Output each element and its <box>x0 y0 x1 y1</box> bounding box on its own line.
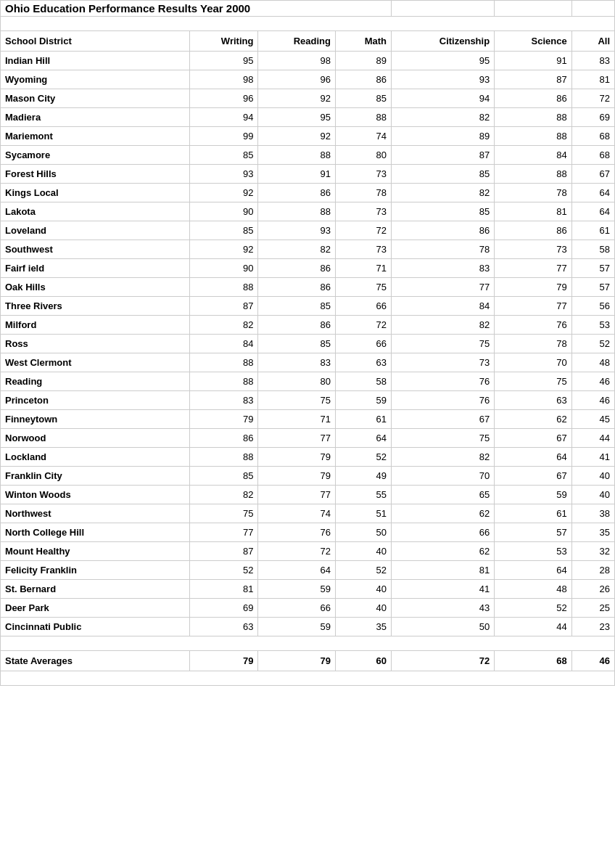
title-row: Ohio Education Performance Results Year … <box>1 1 615 17</box>
citizenship-score: 95 <box>391 52 494 70</box>
science-score: 78 <box>495 335 572 353</box>
table-row: Cincinnati Public 63 59 35 50 44 23 <box>1 618 615 636</box>
district-name: Northwest <box>1 504 190 523</box>
science-score: 77 <box>495 297 572 316</box>
citizenship-score: 67 <box>391 410 494 429</box>
citizenship-score: 82 <box>391 108 494 127</box>
reading-score: 77 <box>258 486 336 504</box>
table-row: Norwood 86 77 64 75 67 44 <box>1 429 615 448</box>
citizenship-score: 81 <box>391 561 494 580</box>
table-row: Ross 84 85 66 75 78 52 <box>1 335 615 353</box>
writing-score: 87 <box>189 297 258 316</box>
reading-score: 98 <box>258 52 336 70</box>
all-score: 69 <box>571 108 614 127</box>
table-row: Indian Hill 95 98 89 95 91 83 <box>1 52 615 70</box>
all-score: 32 <box>571 542 614 561</box>
science-score: 87 <box>495 70 572 89</box>
writing-score: 92 <box>189 240 258 259</box>
citizenship-score: 94 <box>391 89 494 108</box>
science-score: 62 <box>495 410 572 429</box>
spreadsheet-table: Ohio Education Performance Results Year … <box>0 0 615 686</box>
reading-score: 79 <box>258 467 336 486</box>
science-score: 61 <box>495 504 572 523</box>
reading-score: 76 <box>258 523 336 542</box>
reading-score: 91 <box>258 165 336 184</box>
title-cell: Ohio Education Performance Results Year … <box>1 1 392 17</box>
district-name: Indian Hill <box>1 52 190 70</box>
science-score: 81 <box>495 202 572 221</box>
citizenship-score: 66 <box>391 523 494 542</box>
all-score: 41 <box>571 448 614 467</box>
math-score: 40 <box>335 580 391 599</box>
reading-score: 64 <box>258 561 336 580</box>
district-name: Cincinnati Public <box>1 618 190 636</box>
district-name: Milford <box>1 316 190 335</box>
table-row: Lakota 90 88 73 85 81 64 <box>1 202 615 221</box>
science-score: 91 <box>495 52 572 70</box>
math-score: 52 <box>335 448 391 467</box>
reading-score: 80 <box>258 372 336 391</box>
district-name: Mount Healthy <box>1 542 190 561</box>
all-score: 40 <box>571 467 614 486</box>
math-score: 61 <box>335 410 391 429</box>
table-row: Milford 82 86 72 82 76 53 <box>1 316 615 335</box>
citizenship-score: 83 <box>391 259 494 278</box>
all-score: 23 <box>571 618 614 636</box>
header-row: School District Writing Reading Math Cit… <box>1 31 615 52</box>
district-name: West Clermont <box>1 353 190 372</box>
all-score: 61 <box>571 221 614 240</box>
header-science: Science <box>495 31 572 52</box>
writing-score: 83 <box>189 391 258 410</box>
reading-score: 88 <box>258 202 336 221</box>
math-score: 72 <box>335 221 391 240</box>
reading-score: 88 <box>258 146 336 165</box>
writing-score: 98 <box>189 70 258 89</box>
table-row: Franklin City 85 79 49 70 67 40 <box>1 467 615 486</box>
all-score: 67 <box>571 165 614 184</box>
reading-score: 86 <box>258 184 336 202</box>
district-name: Mason City <box>1 89 190 108</box>
science-score: 86 <box>495 221 572 240</box>
table-row: Winton Woods 82 77 55 65 59 40 <box>1 486 615 504</box>
science-score: 79 <box>495 278 572 297</box>
math-score: 71 <box>335 259 391 278</box>
table-row: Mason City 96 92 85 94 86 72 <box>1 89 615 108</box>
table-row: Deer Park 69 66 40 43 52 25 <box>1 599 615 618</box>
math-score: 73 <box>335 202 391 221</box>
table-row: North College Hill 77 76 50 66 57 35 <box>1 523 615 542</box>
math-score: 55 <box>335 486 391 504</box>
all-score: 26 <box>571 580 614 599</box>
all-score: 46 <box>571 391 614 410</box>
reading-score: 95 <box>258 108 336 127</box>
math-score: 63 <box>335 353 391 372</box>
all-score: 83 <box>571 52 614 70</box>
writing-score: 90 <box>189 202 258 221</box>
math-score: 49 <box>335 467 391 486</box>
citizenship-score: 43 <box>391 599 494 618</box>
all-score: 56 <box>571 297 614 316</box>
math-score: 52 <box>335 561 391 580</box>
all-score: 52 <box>571 335 614 353</box>
table-row: West Clermont 88 83 63 73 70 48 <box>1 353 615 372</box>
table-row: Forest Hills 93 91 73 85 88 67 <box>1 165 615 184</box>
reading-score: 92 <box>258 89 336 108</box>
table-row: Reading 88 80 58 76 75 46 <box>1 372 615 391</box>
math-score: 73 <box>335 165 391 184</box>
district-name: Forest Hills <box>1 165 190 184</box>
science-score: 88 <box>495 165 572 184</box>
reading-score: 93 <box>258 221 336 240</box>
science-score: 53 <box>495 542 572 561</box>
empty-row-2 <box>1 636 615 651</box>
district-name: Wyoming <box>1 70 190 89</box>
table-row: Southwest 92 82 73 78 73 58 <box>1 240 615 259</box>
reading-score: 85 <box>258 297 336 316</box>
writing-score: 86 <box>189 429 258 448</box>
writing-score: 88 <box>189 372 258 391</box>
all-score: 44 <box>571 429 614 448</box>
district-name: Winton Woods <box>1 486 190 504</box>
science-score: 59 <box>495 486 572 504</box>
writing-score: 69 <box>189 599 258 618</box>
table-row: Kings Local 92 86 78 82 78 64 <box>1 184 615 202</box>
citizenship-score: 76 <box>391 391 494 410</box>
state-avg-reading: 79 <box>258 651 336 671</box>
